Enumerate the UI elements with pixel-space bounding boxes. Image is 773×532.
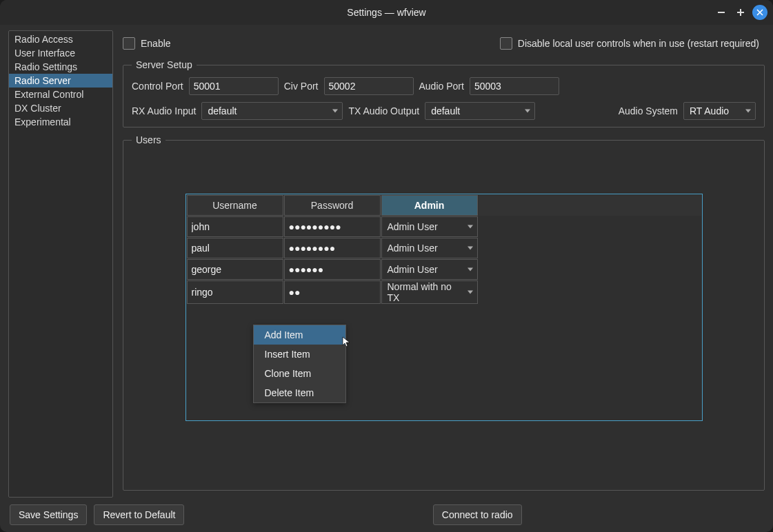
col-blank xyxy=(479,195,701,216)
rx-audio-label: RX Audio Input xyxy=(132,105,196,116)
control-port-input[interactable] xyxy=(189,77,279,95)
users-legend: Users xyxy=(132,134,165,145)
control-port-label: Control Port xyxy=(132,81,183,92)
users-table-container: Username Password Admin Admin UserAdmin … xyxy=(185,194,703,421)
revert-default-button[interactable]: Revert to Default xyxy=(94,504,184,525)
username-cell[interactable] xyxy=(188,238,283,258)
role-select[interactable]: Admin User xyxy=(382,238,477,258)
password-cell[interactable] xyxy=(285,260,380,279)
settings-sidebar: Radio AccessUser InterfaceRadio Settings… xyxy=(8,30,113,498)
col-admin[interactable]: Admin xyxy=(381,195,478,216)
context-menu: Add ItemInsert ItemClone ItemDelete Item xyxy=(253,325,346,403)
server-setup-group: Server Setup Control Port Civ Port Audio… xyxy=(123,59,765,127)
table-row: Admin User xyxy=(187,259,701,280)
disable-local-label: Disable local user controls when in use … xyxy=(518,38,759,49)
titlebar: Settings — wfview xyxy=(0,0,773,25)
enable-checkbox[interactable]: Enable xyxy=(123,37,171,50)
ctx-delete-item[interactable]: Delete Item xyxy=(254,383,345,402)
users-group: Users Username Password Admin Admi xyxy=(123,134,765,491)
civ-port-label: Civ Port xyxy=(284,81,319,92)
tx-audio-label: TX Audio Output xyxy=(348,105,419,116)
col-username[interactable]: Username xyxy=(187,195,283,216)
server-setup-legend: Server Setup xyxy=(132,59,197,70)
username-cell[interactable] xyxy=(188,260,283,279)
ctx-add-item[interactable]: Add Item xyxy=(254,325,345,345)
sidebar-item-radio-access[interactable]: Radio Access xyxy=(9,32,112,46)
sidebar-item-dx-cluster[interactable]: DX Cluster xyxy=(9,101,112,115)
password-cell[interactable] xyxy=(285,281,380,303)
checkbox-box-icon xyxy=(500,37,512,50)
audio-system-label: Audio System xyxy=(619,105,678,116)
svg-rect-0 xyxy=(718,12,725,13)
users-table: Username Password Admin Admin UserAdmin … xyxy=(186,194,702,305)
window-title: Settings — wfview xyxy=(347,7,425,18)
col-password[interactable]: Password xyxy=(284,195,381,216)
connect-to-radio-button[interactable]: Connect to radio xyxy=(433,504,522,525)
password-cell[interactable] xyxy=(285,238,380,258)
role-select[interactable]: Normal with no TX xyxy=(382,281,477,303)
audio-port-label: Audio Port xyxy=(419,81,464,92)
table-row: Admin User xyxy=(187,238,701,258)
audio-system-select[interactable]: RT Audio xyxy=(683,102,756,120)
sidebar-item-experimental[interactable]: Experimental xyxy=(9,115,112,129)
sidebar-item-radio-settings[interactable]: Radio Settings xyxy=(9,60,112,74)
minimize-button[interactable] xyxy=(714,5,729,20)
tx-audio-select[interactable]: default xyxy=(425,102,535,120)
audio-port-input[interactable] xyxy=(470,77,559,95)
checkbox-box-icon xyxy=(123,37,135,50)
enable-label: Enable xyxy=(141,38,171,49)
sidebar-item-user-interface[interactable]: User Interface xyxy=(9,46,112,60)
role-select[interactable]: Admin User xyxy=(382,217,477,236)
ctx-clone-item[interactable]: Clone Item xyxy=(254,364,345,383)
sidebar-item-radio-server[interactable]: Radio Server xyxy=(9,74,112,88)
civ-port-input[interactable] xyxy=(324,77,414,95)
role-select[interactable]: Admin User xyxy=(382,260,477,279)
footer: Save Settings Revert to Default Connect … xyxy=(0,498,773,532)
sidebar-item-external-control[interactable]: External Control xyxy=(9,88,112,101)
close-button[interactable] xyxy=(752,5,767,20)
table-row: Normal with no TX xyxy=(187,280,701,304)
save-settings-button[interactable]: Save Settings xyxy=(10,504,87,525)
username-cell[interactable] xyxy=(188,217,283,236)
ctx-insert-item[interactable]: Insert Item xyxy=(254,345,345,364)
password-cell[interactable] xyxy=(285,217,380,236)
rx-audio-select[interactable]: default xyxy=(201,102,343,120)
table-row: Admin User xyxy=(187,216,701,237)
username-cell[interactable] xyxy=(188,281,283,303)
disable-local-checkbox[interactable]: Disable local user controls when in use … xyxy=(500,37,759,50)
maximize-button[interactable] xyxy=(733,5,748,20)
